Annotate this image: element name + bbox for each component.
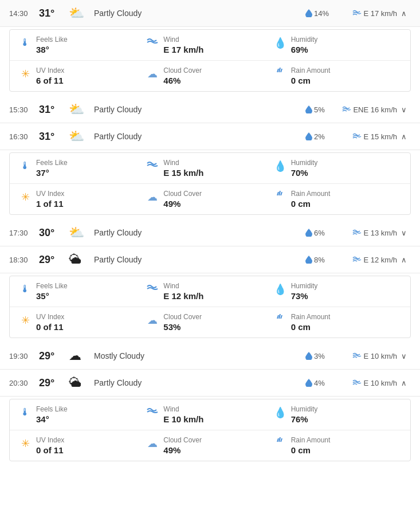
humidity-label: Humidity xyxy=(291,159,318,167)
weather-row[interactable]: 16:30 31° ⛅ Partly Cloudy 2% E 15 km/h ∧ xyxy=(0,123,420,150)
rain-amount-label: Rain Amount xyxy=(291,436,331,444)
weather-icon: ⛅ xyxy=(69,129,94,144)
weather-desc: Partly Cloudy xyxy=(94,9,305,18)
feels-like-cell: 🌡 Feels Like 34° xyxy=(19,405,146,424)
detail-row-1: 🌡 Feels Like 35° Wind xyxy=(10,276,410,307)
detail-box: 🌡 Feels Like 38° Wind xyxy=(9,29,411,92)
weather-desc: Partly Cloudy xyxy=(94,378,305,387)
rain-chance: 4% xyxy=(305,379,340,387)
detail-row-2: ✳ UV Index 0 of 11 ☁ Cloud Cover 53% xyxy=(10,307,410,338)
weather-desc: Partly Cloudy xyxy=(94,132,305,141)
weather-row[interactable]: 19:30 29° ☁ Mostly Cloudy 3% E 10 km/h ∨ xyxy=(0,343,420,370)
row-temp: 29° xyxy=(39,254,69,266)
raindrop-icon xyxy=(305,379,312,387)
humidity-cell: 💧 Humidity 76% xyxy=(274,405,401,424)
thermometer-icon: 🌡 xyxy=(19,283,32,295)
thermometer-icon: 🌡 xyxy=(19,37,32,49)
row-time: 16:30 xyxy=(9,132,39,141)
wind-info: ENE 16 km/h xyxy=(340,105,397,114)
raindrop-icon xyxy=(305,229,312,237)
row-temp: 29° xyxy=(39,377,69,389)
uv-value: 0 of 11 xyxy=(36,445,64,455)
uv-icon: ✳ xyxy=(19,191,32,203)
expand-chevron[interactable]: ∧ xyxy=(397,256,411,264)
uv-cell: ✳ UV Index 1 of 11 xyxy=(19,190,146,209)
expand-chevron[interactable]: ∧ xyxy=(397,9,411,18)
wind-detail-value: E 10 km/h xyxy=(163,414,203,424)
detail-row-2: ✳ UV Index 0 of 11 ☁ Cloud Cover 49% xyxy=(10,430,410,461)
wind-cell: Wind E 17 km/h xyxy=(146,36,273,54)
svg-line-2 xyxy=(281,69,282,72)
weather-icon: 🌥 xyxy=(69,252,94,267)
weather-row[interactable]: 15:30 31° ⛅ Partly Cloudy 5% ENE 16 km/h… xyxy=(0,96,420,123)
row-temp: 29° xyxy=(39,350,69,362)
feels-like-label: Feels Like xyxy=(36,36,68,44)
humidity-cell: 💧 Humidity 69% xyxy=(274,36,401,54)
rain-amount-icon xyxy=(274,191,286,204)
uv-value: 1 of 11 xyxy=(36,199,64,209)
cloud-label: Cloud Cover xyxy=(163,66,202,74)
weather-icon: ⛅ xyxy=(69,6,94,21)
cloud-label: Cloud Cover xyxy=(163,313,202,321)
rain-amount-icon xyxy=(274,68,286,81)
expand-chevron[interactable]: ∨ xyxy=(397,229,411,237)
humidity-label: Humidity xyxy=(291,36,318,44)
weather-row[interactable]: 20:30 29° 🌥 Partly Cloudy 4% E 10 km/h ∧ xyxy=(0,370,420,397)
cloud-cell: ☁ Cloud Cover 49% xyxy=(146,436,273,455)
cloud-cell: ☁ Cloud Cover 53% xyxy=(146,313,273,332)
wind-detail-label: Wind xyxy=(163,36,203,44)
uv-icon: ✳ xyxy=(19,437,32,450)
row-time: 15:30 xyxy=(9,105,39,114)
uv-icon: ✳ xyxy=(19,68,32,80)
rain-chance: 3% xyxy=(305,352,340,360)
rain-amount-value: 0 cm xyxy=(291,76,331,85)
weather-desc: Partly Cloudy xyxy=(94,105,305,114)
humidity-value: 69% xyxy=(291,45,318,54)
rain-amount-value: 0 cm xyxy=(291,199,331,209)
raindrop-icon xyxy=(305,9,312,17)
wind-detail-value: E 12 km/h xyxy=(163,291,203,301)
wind-cell: Wind E 12 km/h xyxy=(146,282,273,301)
wind-detail-icon xyxy=(146,406,159,418)
row-temp: 31° xyxy=(39,7,69,19)
weather-desc: Partly Cloudy xyxy=(94,255,305,264)
uv-value: 6 of 11 xyxy=(36,76,64,85)
svg-line-1 xyxy=(279,68,280,72)
detail-row-2: ✳ UV Index 1 of 11 ☁ Cloud Cover 49% xyxy=(10,184,410,214)
weather-desc: Partly Cloudy xyxy=(94,228,305,237)
row-time: 14:30 xyxy=(9,9,39,18)
cloud-label: Cloud Cover xyxy=(163,436,202,444)
expand-chevron[interactable]: ∧ xyxy=(397,379,411,387)
rain-amount-cell: Rain Amount 0 cm xyxy=(274,190,401,209)
rain-chance: 8% xyxy=(305,256,340,264)
svg-line-6 xyxy=(277,315,278,319)
thermometer-icon: 🌡 xyxy=(19,160,32,172)
rain-chance: 2% xyxy=(305,132,340,141)
weather-icon: ⛅ xyxy=(69,225,94,240)
wind-detail-value: E 15 km/h xyxy=(163,168,203,178)
wind-icon xyxy=(352,379,362,386)
rain-chance: 6% xyxy=(305,229,340,237)
svg-line-8 xyxy=(281,315,282,319)
cloud-cell: ☁ Cloud Cover 49% xyxy=(146,190,273,209)
uv-value: 0 of 11 xyxy=(36,322,64,332)
svg-line-5 xyxy=(281,192,282,195)
rain-amount-value: 0 cm xyxy=(291,322,331,332)
rain-chance: 5% xyxy=(305,105,340,114)
humidity-label: Humidity xyxy=(291,282,318,290)
uv-cell: ✳ UV Index 0 of 11 xyxy=(19,436,146,455)
raindrop-icon xyxy=(305,256,312,264)
cloud-value: 49% xyxy=(163,199,202,209)
cloud-label: Cloud Cover xyxy=(163,190,202,198)
weather-row[interactable]: 14:30 31° ⛅ Partly Cloudy 14% E 17 km/h … xyxy=(0,0,420,27)
weather-row[interactable]: 18:30 29° 🌥 Partly Cloudy 8% E 12 km/h ∧ xyxy=(0,246,420,273)
rain-amount-icon xyxy=(274,437,286,450)
wind-icon xyxy=(342,106,351,113)
feels-like-value: 35° xyxy=(36,291,68,301)
wind-detail-icon xyxy=(146,37,159,49)
weather-row[interactable]: 17:30 30° ⛅ Partly Cloudy 6% E 13 km/h ∨ xyxy=(0,219,420,246)
expand-chevron[interactable]: ∨ xyxy=(397,105,411,114)
expand-chevron[interactable]: ∧ xyxy=(397,132,411,141)
expand-chevron[interactable]: ∨ xyxy=(397,352,411,360)
raindrop-icon xyxy=(305,352,312,360)
